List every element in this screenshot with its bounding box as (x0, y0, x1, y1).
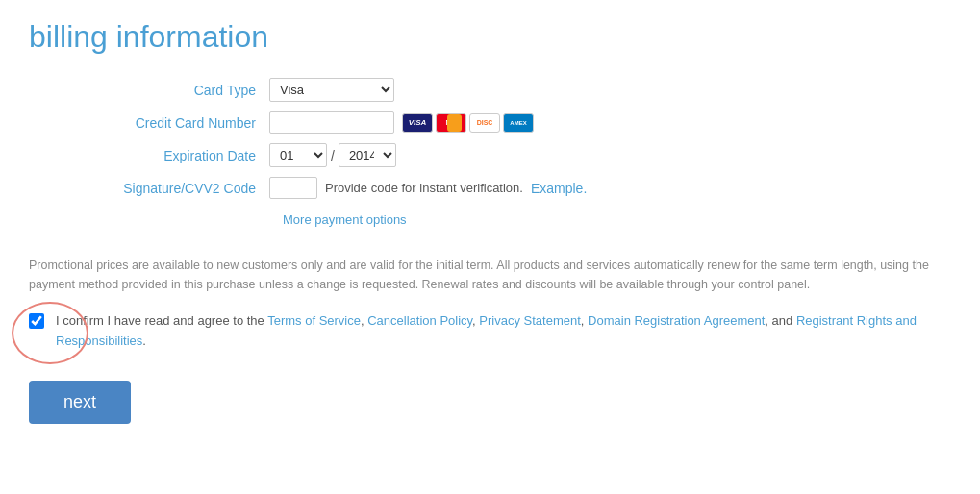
card-type-control: Visa MasterCard Discover American Expres… (269, 78, 394, 102)
cc-number-label: Credit Card Number (67, 115, 269, 131)
cc-number-input[interactable] (269, 111, 394, 134)
cvv-label: Signature/CVV2 Code (67, 181, 269, 196)
more-payment-link[interactable]: More payment options (283, 212, 407, 227)
expiration-date-row: Expiration Date 010203 040506 070809 101… (67, 143, 951, 167)
discover-logo: DISC (469, 113, 500, 133)
privacy-statement-link[interactable]: Privacy Statement (479, 313, 581, 328)
cc-number-row: Credit Card Number VISA MC DISC AMEX (67, 111, 951, 134)
card-logos: VISA MC DISC AMEX (402, 113, 534, 133)
cancellation-policy-link[interactable]: Cancellation Policy (367, 313, 472, 328)
confirm-section: I confirm I have read and agree to the T… (29, 311, 951, 352)
exp-year-select[interactable]: 201420152016 201720182019 2020 (339, 143, 396, 167)
expiration-date-control: 010203 040506 070809 101112 / 2014201520… (269, 143, 396, 167)
card-type-select[interactable]: Visa MasterCard Discover American Expres… (269, 78, 394, 102)
confirm-checkbox[interactable] (29, 313, 44, 329)
cvv-example-link[interactable]: Example. (531, 181, 587, 196)
mastercard-logo: MC (436, 113, 466, 133)
confirm-text: I confirm I have read and agree to the T… (56, 311, 951, 352)
card-type-row: Card Type Visa MasterCard Discover Ameri… (67, 78, 951, 102)
exp-selects: 010203 040506 070809 101112 / 2014201520… (269, 143, 396, 167)
page-title: billing information (29, 19, 951, 55)
cvv-control: Provide code for instant verification. E… (269, 177, 587, 199)
cvv-hint-text: Provide code for instant verification. (325, 181, 523, 195)
domain-registration-link[interactable]: Domain Registration Agreement (588, 313, 765, 328)
exp-slash: / (331, 148, 335, 163)
terms-of-service-link[interactable]: Terms of Service (267, 313, 361, 328)
promo-text: Promotional prices are available to new … (29, 256, 951, 294)
billing-form: Card Type Visa MasterCard Discover Ameri… (67, 78, 951, 227)
expiration-date-label: Expiration Date (67, 148, 269, 163)
cvv-input[interactable] (269, 177, 317, 199)
amex-logo: AMEX (503, 113, 534, 133)
card-type-label: Card Type (67, 83, 269, 98)
next-button[interactable]: next (29, 381, 131, 424)
visa-logo: VISA (402, 113, 433, 133)
cc-number-control: VISA MC DISC AMEX (269, 111, 534, 134)
cvv-row: Signature/CVV2 Code Provide code for ins… (67, 177, 951, 199)
exp-month-select[interactable]: 010203 040506 070809 101112 (269, 143, 327, 167)
